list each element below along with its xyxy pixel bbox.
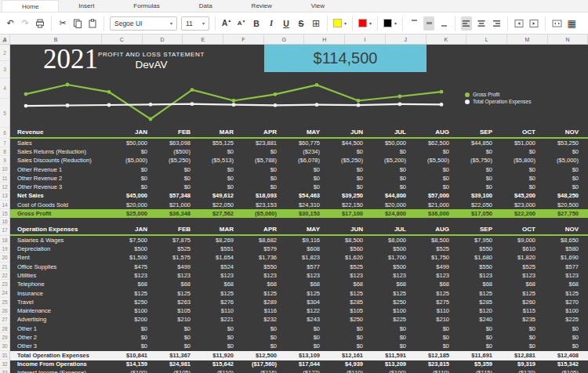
align-right-icon[interactable] — [491, 16, 502, 31]
cell[interactable]: ($100) — [110, 369, 153, 373]
cell[interactable]: $0 — [541, 166, 584, 173]
cell[interactable]: $15,342 — [541, 360, 584, 368]
cell[interactable]: $123 — [282, 272, 325, 279]
cell[interactable]: $44,850 — [455, 139, 498, 147]
cell[interactable]: $0 — [455, 175, 498, 182]
cell[interactable]: $0 — [455, 342, 498, 349]
cell[interactable]: $0 — [412, 183, 455, 190]
cell[interactable]: $125 — [368, 290, 412, 297]
cell[interactable]: $500 — [368, 245, 412, 252]
cell[interactable]: $560 — [325, 245, 368, 252]
cell[interactable]: $525 — [412, 245, 455, 252]
cell[interactable]: $0 — [368, 325, 412, 332]
cell[interactable]: $8,269 — [196, 237, 239, 244]
cell[interactable]: $0 — [153, 175, 196, 182]
cell[interactable]: $12,161 — [325, 352, 368, 359]
cell[interactable]: $68 — [239, 281, 282, 288]
column-header-l[interactable]: L — [466, 34, 507, 45]
cell[interactable]: $20,500 — [541, 201, 584, 208]
cell[interactable]: $123 — [498, 272, 541, 279]
row-header-31[interactable]: 31 — [0, 351, 9, 360]
cell[interactable]: $0 — [498, 175, 541, 182]
column-header-f[interactable]: F — [223, 34, 264, 45]
cell[interactable]: $11,691 — [455, 352, 498, 359]
cell[interactable]: $7,500 — [110, 237, 153, 244]
cell[interactable]: $0 — [196, 325, 239, 332]
cell[interactable]: $0 — [110, 334, 153, 341]
cell[interactable]: $44,500 — [325, 139, 368, 147]
cell[interactable]: $68 — [541, 281, 584, 288]
cell[interactable]: $0 — [153, 342, 196, 349]
cell[interactable]: $45,200 — [498, 192, 541, 199]
cell[interactable]: ($115) — [455, 369, 498, 373]
row-label[interactable]: Total Operation Expenses — [10, 352, 110, 359]
cell[interactable]: $24,981 — [153, 360, 196, 368]
row-label[interactable]: Other 2 — [10, 334, 110, 341]
cell[interactable]: $8,500 — [412, 237, 455, 244]
cell[interactable]: $524 — [196, 263, 239, 270]
cell[interactable]: $123 — [541, 272, 584, 279]
net-income-kpi[interactable]: $114,500 — [264, 45, 426, 72]
cell[interactable]: $123 — [239, 272, 282, 279]
cell[interactable]: $0 — [282, 166, 325, 173]
cell[interactable]: $0 — [541, 342, 584, 349]
profit-expenses-chart[interactable]: Gross ProfitTotal Operation Expenses — [10, 78, 588, 128]
cell[interactable]: $0 — [325, 175, 368, 182]
cell[interactable]: ($100) — [368, 369, 412, 373]
row-header-2[interactable]: 2 — [0, 45, 9, 61]
cell[interactable]: $0 — [196, 342, 239, 349]
cell[interactable]: $4,939 — [325, 360, 368, 368]
cell[interactable]: $23,000 — [498, 201, 541, 208]
cell[interactable]: $110 — [196, 307, 239, 314]
cell[interactable]: $0 — [412, 166, 455, 173]
row-label[interactable]: Other 3 — [10, 342, 110, 349]
cell[interactable]: $0 — [196, 334, 239, 341]
cell[interactable]: $50,000 — [110, 139, 153, 147]
align-bottom-icon[interactable] — [438, 16, 449, 31]
cell[interactable]: ($5,750) — [455, 157, 498, 164]
cell[interactable]: $39,250 — [325, 192, 368, 199]
row-header-8[interactable]: 8 — [0, 147, 9, 156]
row-header-23[interactable]: 23 — [0, 280, 9, 288]
row-label[interactable]: Rent — [10, 254, 110, 261]
cell[interactable]: $225 — [368, 316, 412, 323]
cell[interactable]: $577 — [282, 263, 325, 270]
tab-review[interactable]: Review — [232, 0, 292, 12]
cell[interactable]: $0 — [455, 166, 498, 173]
cell[interactable]: ($5,200) — [368, 157, 412, 164]
cell[interactable]: $11,367 — [153, 352, 196, 359]
cell[interactable]: $0 — [110, 148, 153, 155]
row-header-16[interactable]: 16 — [0, 218, 9, 225]
cell[interactable]: $0 — [110, 175, 153, 182]
row-header-24[interactable]: 24 — [0, 288, 9, 297]
cell[interactable]: $608 — [282, 245, 325, 252]
cell[interactable]: $0 — [239, 175, 282, 182]
cell[interactable]: ($5,250) — [153, 157, 196, 164]
cell[interactable]: $115 — [498, 307, 541, 314]
cell[interactable]: $123 — [153, 272, 196, 279]
row-header-32[interactable]: 32 — [0, 360, 9, 368]
row-header-29[interactable]: 29 — [0, 333, 9, 342]
cell[interactable]: $0 — [368, 342, 412, 349]
cell[interactable]: $0 — [325, 166, 368, 173]
row-header-22[interactable]: 22 — [0, 271, 9, 280]
cell[interactable]: $125 — [412, 290, 455, 297]
row-header-28[interactable]: 28 — [0, 324, 9, 333]
cell[interactable]: $9,319 — [498, 360, 541, 368]
column-header-b[interactable]: B — [10, 34, 102, 45]
cell[interactable]: $0 — [325, 342, 368, 349]
column-header-i[interactable]: I — [345, 34, 386, 45]
cell[interactable]: $12,500 — [239, 352, 282, 359]
row-header-17[interactable]: 17 — [0, 225, 9, 236]
cell[interactable]: $475 — [110, 263, 153, 270]
cell[interactable]: $50,000 — [368, 139, 412, 147]
row-label[interactable]: Advertising — [10, 316, 110, 323]
cell[interactable]: $62,500 — [412, 139, 455, 147]
cell[interactable]: $22,150 — [325, 201, 368, 208]
cell[interactable]: ($500) — [153, 148, 196, 155]
cell[interactable]: $20,000 — [368, 201, 412, 208]
cell[interactable]: $0 — [282, 334, 325, 341]
align-center-icon[interactable] — [476, 16, 487, 31]
cell[interactable]: $5,359 — [455, 360, 498, 368]
cell[interactable]: $120 — [455, 307, 498, 314]
